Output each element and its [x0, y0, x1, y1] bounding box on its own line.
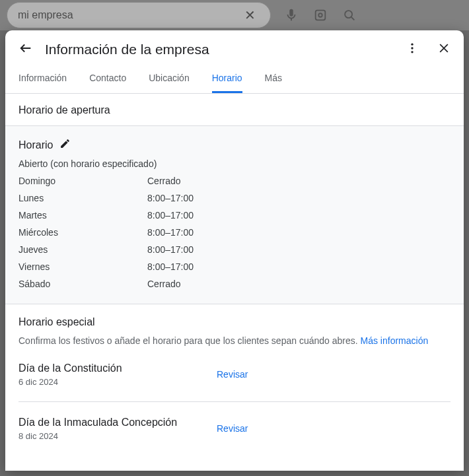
holiday-review-button[interactable]: Revisar — [217, 423, 248, 434]
day-label: Lunes — [18, 193, 147, 203]
special-hours-heading: Horario especial — [18, 316, 451, 328]
day-hours: Cerrado — [147, 279, 451, 289]
tab-horario[interactable]: Horario — [212, 65, 242, 93]
clear-icon[interactable]: ✕ — [240, 7, 260, 23]
day-label: Domingo — [18, 176, 147, 186]
close-icon[interactable] — [437, 42, 451, 57]
day-label: Sábado — [18, 279, 147, 289]
section-title-opening-hours: Horario de apertura — [5, 94, 464, 126]
svg-rect-0 — [316, 11, 326, 20]
day-hours: 8:00–17:00 — [147, 244, 451, 255]
search-input-container[interactable]: mi empresa ✕ — [7, 2, 271, 28]
special-hours-description: Confirma los festivos o añade el horario… — [18, 335, 451, 348]
day-hours: 8:00–17:00 — [147, 210, 451, 221]
day-hours: 8:00–17:00 — [147, 193, 451, 203]
holiday-date: 6 dic 2024 — [18, 377, 217, 387]
holiday-row: Día de la Inmaculada Concepción 8 dic 20… — [18, 402, 451, 456]
tab-mas[interactable]: Más — [265, 65, 282, 93]
holiday-info: Día de la Inmaculada Concepción 8 dic 20… — [18, 417, 217, 441]
tab-informacion[interactable]: Información — [18, 65, 67, 93]
holiday-review-button[interactable]: Revisar — [217, 369, 248, 380]
search-input[interactable]: mi empresa — [18, 9, 240, 21]
search-bar-background: mi empresa ✕ — [0, 0, 469, 30]
svg-point-6 — [411, 47, 413, 49]
day-label: Martes — [18, 210, 147, 221]
business-info-modal: Información de la empresa Información Co… — [5, 30, 464, 471]
day-hours: 8:00–17:00 — [147, 261, 451, 272]
svg-point-5 — [411, 44, 413, 46]
edit-hours-icon[interactable] — [59, 138, 71, 152]
back-arrow-icon[interactable] — [18, 41, 33, 58]
day-label: Viernes — [18, 261, 147, 272]
hours-heading: Horario — [18, 139, 53, 151]
search-icon[interactable] — [342, 8, 357, 22]
microphone-icon[interactable] — [284, 8, 299, 22]
holiday-row: Día de la Constitución 6 dic 2024 Revisa… — [18, 348, 451, 402]
more-info-link[interactable]: Más información — [361, 335, 429, 346]
day-label: Miércoles — [18, 227, 147, 238]
modal-header: Información de la empresa — [5, 30, 464, 65]
svg-point-7 — [411, 51, 413, 53]
special-hours-block: Horario especial Confirma los festivos o… — [5, 304, 464, 456]
hours-status: Abierto (con horario especificado) — [18, 158, 451, 169]
day-hours: 8:00–17:00 — [147, 227, 451, 238]
header-actions — [406, 42, 451, 57]
holiday-date: 8 dic 2024 — [18, 431, 217, 441]
svg-point-1 — [318, 13, 322, 17]
search-tools — [284, 8, 357, 22]
holiday-info: Día de la Constitución 6 dic 2024 — [18, 362, 217, 387]
tab-contacto[interactable]: Contacto — [89, 65, 126, 93]
hours-heading-row: Horario — [18, 138, 451, 152]
holiday-name: Día de la Constitución — [18, 362, 217, 374]
more-menu-icon[interactable] — [406, 42, 419, 57]
svg-line-3 — [351, 17, 355, 20]
day-hours: Cerrado — [147, 176, 451, 186]
tab-ubicacion[interactable]: Ubicación — [149, 65, 189, 93]
day-label: Jueves — [18, 244, 147, 255]
holiday-name: Día de la Inmaculada Concepción — [18, 417, 217, 428]
modal-title: Información de la empresa — [45, 42, 394, 57]
tabs-bar: Información Contacto Ubicación Horario M… — [5, 65, 464, 94]
hours-block: Horario Abierto (con horario especificad… — [5, 126, 464, 304]
lens-icon[interactable] — [313, 8, 328, 22]
hours-table: Domingo Cerrado Lunes 8:00–17:00 Martes … — [18, 176, 451, 289]
svg-point-2 — [345, 11, 352, 18]
